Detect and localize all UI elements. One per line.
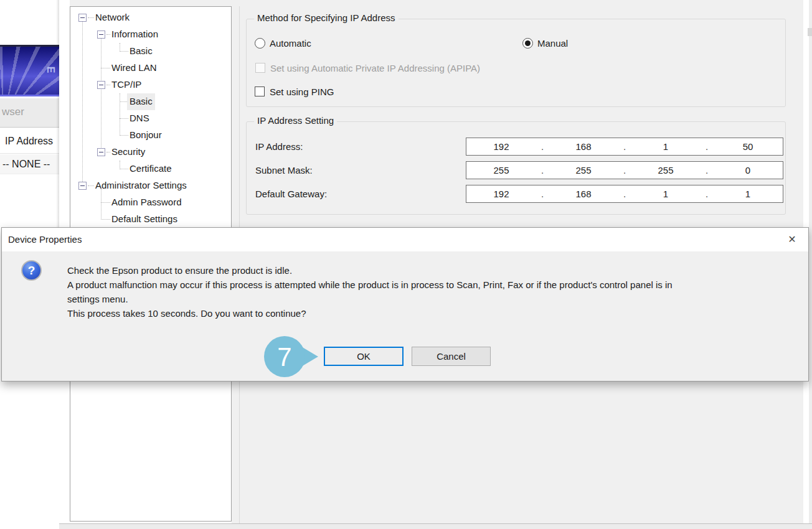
message-line: A product malfunction may occur if this … [67, 278, 673, 292]
octet-input[interactable]: 168 [549, 185, 618, 202]
window-top-strip [70, 0, 803, 6]
collapse-toggle-icon[interactable] [97, 81, 105, 89]
epson-banner-image: E [0, 45, 59, 96]
toolbar-text-fragment: wser [2, 106, 24, 118]
octet-input[interactable]: 255 [631, 162, 701, 179]
subnet-mask-label: Subnet Mask: [255, 161, 313, 179]
tree-leader [88, 185, 94, 186]
default-gateway-label: Default Gateway: [255, 185, 327, 203]
radio-circle-icon [255, 38, 265, 49]
tree-item-dns[interactable]: DNS [70, 110, 231, 127]
step-number: 7 [277, 342, 291, 372]
message-line: This process takes 10 seconds. Do you wa… [67, 306, 673, 321]
tree-leader [106, 85, 110, 85]
group-title: Method for Specifying IP Address [254, 12, 399, 23]
tree-item-information[interactable]: Information [70, 26, 231, 43]
subnet-mask-field[interactable]: 255 . 255 . 255 . 0 [466, 161, 783, 179]
octet-input[interactable]: 1 [631, 185, 701, 202]
message-line: settings menu. [67, 292, 673, 306]
edge-fragment [808, 28, 812, 36]
screen: E wser IP Address -- NONE -- Network [0, 0, 812, 529]
octet-input[interactable]: 255 [466, 162, 536, 179]
checkbox-set-using-ping[interactable]: Set using PING [255, 85, 334, 98]
tree-leader [101, 202, 110, 203]
default-gateway-field[interactable]: 192 . 168 . 1 . 1 [466, 185, 783, 203]
octet-input[interactable]: 255 [549, 162, 618, 179]
question-icon: ? [21, 260, 42, 281]
device-list-row[interactable]: -- NONE -- [0, 154, 59, 174]
tree-item-network[interactable]: Network [70, 9, 231, 26]
tree-leader [106, 34, 110, 35]
tree-leader [88, 17, 94, 18]
window-bottom-border [59, 523, 812, 529]
banner-letter: E [45, 67, 57, 73]
octet-input[interactable]: 192 [466, 185, 536, 202]
tree-item-information-basic[interactable]: Basic [70, 43, 231, 60]
cancel-button[interactable]: Cancel [412, 347, 491, 366]
tree-leader [101, 219, 110, 220]
ip-address-field[interactable]: 192 . 168 . 1 . 50 [466, 138, 783, 156]
radio-circle-icon [522, 38, 533, 49]
tree-item-tcpip[interactable]: TCP/IP [70, 77, 231, 93]
right-screen-edge [809, 0, 812, 523]
ip-address-label: IP Address: [255, 138, 303, 156]
collapse-toggle-icon[interactable] [78, 14, 87, 22]
tree-leader [106, 152, 110, 152]
tree-item-certificate[interactable]: Certificate [70, 161, 231, 177]
tree-item-tcpip-basic-selected[interactable]: Basic [70, 93, 231, 110]
radio-automatic[interactable]: Automatic [255, 37, 311, 49]
tree-item-administrator-settings[interactable]: Administrator Settings [70, 177, 231, 194]
collapse-toggle-icon[interactable] [78, 182, 87, 190]
radio-manual[interactable]: Manual [522, 37, 568, 49]
close-icon[interactable]: ✕ [786, 233, 798, 246]
tree-item-default-settings[interactable]: Default Settings [70, 211, 231, 228]
dialog-title: Device Properties [8, 228, 82, 251]
tree-leader [120, 51, 128, 52]
tree-item-admin-password[interactable]: Admin Password [70, 194, 231, 211]
octet-input[interactable]: 0 [713, 162, 783, 179]
octet-input[interactable]: 192 [466, 138, 536, 155]
octet-input[interactable]: 168 [549, 138, 618, 155]
background-toolbar: wser [0, 98, 59, 128]
tree-item-bonjour[interactable]: Bonjour [70, 127, 231, 144]
tree-item-wired-lan[interactable]: Wired LAN [70, 60, 231, 77]
octet-input[interactable]: 1 [631, 138, 701, 155]
group-title: IP Address Setting [254, 115, 337, 126]
octet-input[interactable]: 1 [713, 185, 783, 202]
collapse-toggle-icon[interactable] [97, 148, 105, 156]
checkbox-icon [255, 87, 265, 96]
collapse-toggle-icon[interactable] [97, 30, 105, 39]
step-annotation-balloon: 7 [264, 335, 320, 379]
dialog-message: Check the Epson product to ensure the pr… [67, 263, 673, 321]
checkbox-icon [255, 63, 265, 73]
ok-button[interactable]: OK [324, 347, 404, 366]
tree-item-security[interactable]: Security [70, 144, 231, 161]
dialog-title-bar: Device Properties ✕ [2, 228, 808, 251]
device-properties-dialog: Device Properties ✕ ? Check the Epson pr… [1, 227, 809, 382]
ip-method-group: Method for Specifying IP Address Automat… [246, 19, 786, 107]
message-line: Check the Epson product to ensure the pr… [67, 263, 673, 278]
tree-leader [120, 169, 128, 169]
ip-address-column-header[interactable]: IP Address [0, 128, 59, 154]
tree-leader [101, 68, 110, 68]
octet-input[interactable]: 50 [713, 138, 783, 155]
tree-leader [120, 118, 128, 119]
checkbox-apipa: Set using Automatic Private IP Addressin… [255, 62, 480, 74]
tree-leader [120, 135, 128, 136]
